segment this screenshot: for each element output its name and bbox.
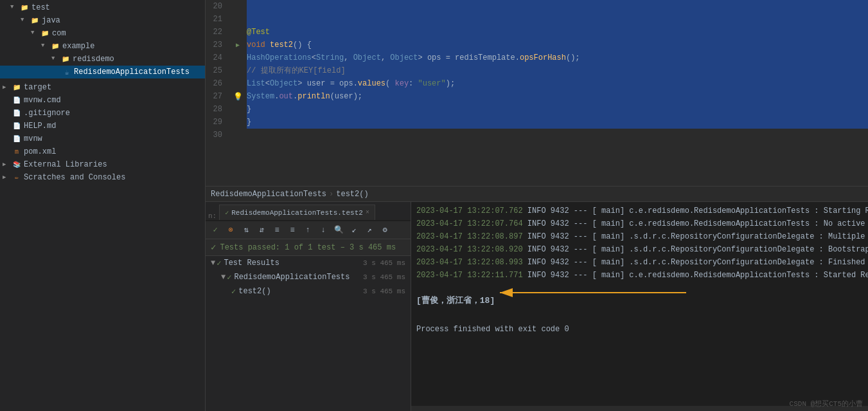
log-info-3: INFO 9432 --- [ xyxy=(527,232,597,241)
java-file-icon: ☕ xyxy=(62,67,72,77)
code-content[interactable]: @Test void test2() { HashOperations<Stri… xyxy=(244,0,868,186)
sidebar-item-test[interactable]: ▼ 📁 test xyxy=(0,1,205,14)
gutter-run-23[interactable]: ▶ xyxy=(231,39,244,51)
log-thread-6: main] c.e.redisdemo.RedisdemoApplication… xyxy=(601,271,868,280)
sidebar-label-target: target xyxy=(24,83,51,92)
log-line-5: 2023-04-17 13:22:08.993 INFO 9432 --- [ … xyxy=(416,256,863,269)
run-tab-item[interactable]: ✓ RedisdemoApplicationTests.test2 × xyxy=(219,205,375,220)
folder-icon-redisdemo: 📁 xyxy=(60,54,71,64)
toolbar-btn-collapse[interactable]: ↗ xyxy=(362,223,376,237)
sidebar-label-HELP-md: HELP.md xyxy=(24,122,56,131)
toolbar-btn-search[interactable]: 🔍 xyxy=(332,223,346,237)
log-date-2: 2023-04-17 13:22:07.764 xyxy=(416,219,523,228)
test-result-method[interactable]: ✓ test2() 3 s 465 ms xyxy=(206,284,411,298)
check-icon-class: ✓ xyxy=(227,273,231,282)
run-tab-bar-top: n: ✓ RedisdemoApplicationTests.test2 × xyxy=(206,202,411,221)
log-line-3: 2023-04-17 13:22:08.897 INFO 9432 --- [ … xyxy=(416,230,863,243)
sidebar-item-mvnw[interactable]: ▶ 📄 mvnw xyxy=(0,132,205,145)
tree-arrow-com: ▼ xyxy=(31,30,39,37)
toolbar-btn-up[interactable]: ↑ xyxy=(301,223,315,237)
log-date-4: 2023-04-17 13:22:08.920 xyxy=(416,245,523,254)
git-file-icon: 📄 xyxy=(12,108,22,118)
test-status-bar: ✓ Tests passed: 1 of 1 test – 3 s 465 ms xyxy=(206,239,411,256)
log-info-4: INFO 9432 --- [ xyxy=(527,245,597,254)
ln-22: 22 xyxy=(206,26,226,39)
code-line-23: void test2() { xyxy=(247,39,868,51)
gutter-30 xyxy=(231,129,244,142)
sidebar-item-java[interactable]: ▼ 📁 java xyxy=(0,14,205,27)
code-line-22: @Test xyxy=(247,26,868,39)
code-line-25: // 提取所有的KEY[field] xyxy=(247,64,868,77)
sidebar-item-RedisdemoApplicationTests[interactable]: ☕ RedisdemoApplicationTests xyxy=(0,66,205,78)
gutter-28 xyxy=(231,103,244,116)
gutter-29 xyxy=(231,116,244,129)
cmd-file-icon: 📄 xyxy=(12,95,22,105)
result-output-container: [曹俊，浙江省，18] xyxy=(416,289,863,307)
code-line-27: System.out.println(user); xyxy=(247,90,868,103)
log-line-4: 2023-04-17 13:22:08.920 INFO 9432 --- [ … xyxy=(416,243,863,256)
sidebar-item-mvnw-cmd[interactable]: ▶ 📄 mvnw.cmd xyxy=(0,94,205,107)
test-status-text: Tests passed: 1 of 1 test – 3 s 465 ms xyxy=(220,243,396,252)
tree-arrow-example: ▼ xyxy=(41,42,49,50)
log-line-6: 2023-04-17 13:22:11.771 INFO 9432 --- [ … xyxy=(416,269,863,282)
sidebar-label-external-libs: External Libraries xyxy=(24,160,107,169)
toolbar-btn-check[interactable]: ✓ xyxy=(208,223,222,237)
code-editor: 20 21 22 23 24 25 26 27 28 29 30 xyxy=(206,0,868,187)
test-result-class[interactable]: ▼ ✓ RedisdemoApplicationTests 3 s 465 ms xyxy=(206,270,411,284)
process-exit-container: Process finished with exit code 0 xyxy=(416,323,863,336)
sidebar-item-HELP-md[interactable]: ▶ 📄 HELP.md xyxy=(0,120,205,132)
run-tab-check-icon: ✓ xyxy=(225,209,229,217)
ln-29: 29 xyxy=(206,116,226,129)
log-thread-1: main] c.e.redisdemo.RedisdemoApplication… xyxy=(601,206,868,215)
toolbar-btn-expand[interactable]: ↙ xyxy=(347,223,361,237)
toolbar-btn-stop[interactable]: ⊗ xyxy=(224,223,238,237)
test-result-all[interactable]: ▼ ✓ Test Results 3 s 465 ms xyxy=(206,256,411,270)
test-result-label-all: Test Results xyxy=(224,259,279,268)
sidebar-item-external-libs[interactable]: ▶ 📚 External Libraries xyxy=(0,158,205,171)
md-file-icon: 📄 xyxy=(12,121,22,131)
test-panel: n: ✓ RedisdemoApplicationTests.test2 × ✓… xyxy=(206,202,411,411)
bottom-section: n: ✓ RedisdemoApplicationTests.test2 × ✓… xyxy=(206,202,868,411)
sidebar-item-gitignore[interactable]: ▶ 📄 .gitignore xyxy=(0,107,205,120)
tree-arrow-test: ▼ xyxy=(10,4,18,12)
toolbar-btn-sort2[interactable]: ⇵ xyxy=(254,223,269,237)
ln-30: 30 xyxy=(206,129,226,142)
ln-28: 28 xyxy=(206,103,226,116)
breadcrumb-method: test2() xyxy=(336,190,368,199)
run-tab-close[interactable]: × xyxy=(366,209,369,216)
status-check-icon: ✓ xyxy=(211,242,216,253)
sidebar: ▼ 📁 test ▼ 📁 java ▼ 📁 com ▼ 📁 example ▼ xyxy=(0,0,206,411)
gutter-bulb-27[interactable]: 💡 xyxy=(231,90,244,103)
toolbar-btn-down[interactable]: ↓ xyxy=(316,223,330,237)
sidebar-label-scratches: Scratches and Consoles xyxy=(24,173,125,182)
gutter-column: ▶ 💡 xyxy=(231,0,244,186)
sidebar-label-mvnw-cmd: mvnw.cmd xyxy=(24,96,61,105)
log-info-6: INFO 9432 --- [ xyxy=(527,271,597,280)
sidebar-label-java: java xyxy=(42,16,60,25)
toolbar-btn-settings[interactable]: ⚙ xyxy=(378,223,392,237)
sidebar-label-com: com xyxy=(52,29,66,38)
ln-25: 25 xyxy=(206,64,226,77)
log-date-3: 2023-04-17 13:22:08.897 xyxy=(416,232,523,241)
sidebar-label-gitignore: .gitignore xyxy=(24,109,70,118)
toolbar-btn-sort1[interactable]: ⇅ xyxy=(239,223,253,237)
log-line-1: 2023-04-17 13:22:07.762 INFO 9432 --- [ … xyxy=(416,205,863,217)
toolbar-btn-list1[interactable]: ≡ xyxy=(270,223,284,237)
test-result-label-class: RedisdemoApplicationTests xyxy=(234,273,350,282)
log-line-2: 2023-04-17 13:22:07.764 INFO 9432 --- [ … xyxy=(416,217,863,230)
scratch-icon: ✏ xyxy=(12,172,22,183)
ln-27: 27 xyxy=(206,90,226,103)
sidebar-item-redisdemo[interactable]: ▼ 📁 redisdemo xyxy=(0,53,205,66)
folder-icon-target: 📁 xyxy=(12,82,22,93)
lib-icon: 📚 xyxy=(12,160,22,170)
sidebar-item-target[interactable]: ▶ 📁 target xyxy=(0,81,205,94)
sidebar-item-com[interactable]: ▼ 📁 com xyxy=(0,27,205,40)
log-date-5: 2023-04-17 13:22:08.993 xyxy=(416,258,523,267)
toolbar-btn-list2[interactable]: ≡ xyxy=(285,223,299,237)
sidebar-item-scratches[interactable]: ▶ ✏ Scratches and Consoles xyxy=(0,171,205,184)
test-time-class: 3 s 465 ms xyxy=(363,273,405,281)
sidebar-tree: ▼ 📁 test ▼ 📁 java ▼ 📁 com ▼ 📁 example ▼ xyxy=(0,0,205,411)
sidebar-item-example[interactable]: ▼ 📁 example xyxy=(0,40,205,53)
sidebar-item-pom-xml[interactable]: ▶ m pom.xml xyxy=(0,145,205,158)
sidebar-label-test: test xyxy=(31,3,50,12)
